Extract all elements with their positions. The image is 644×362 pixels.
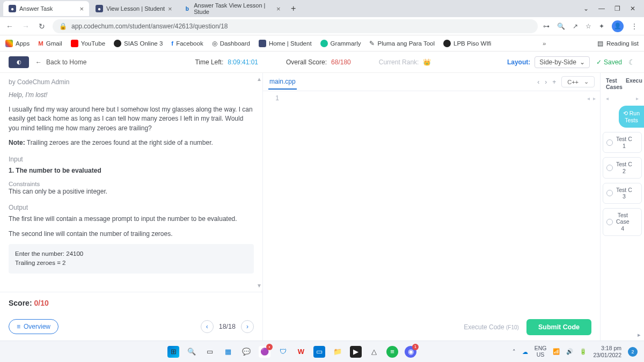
forward-icon[interactable]: → xyxy=(20,22,31,31)
bookmark-youtube[interactable]: YouTube xyxy=(71,40,105,47)
add-file-icon[interactable]: + xyxy=(552,78,556,86)
scroll-down-icon[interactable]: ▼ xyxy=(257,283,262,289)
taskbar-search-icon[interactable]: 🔍 xyxy=(186,346,197,358)
run-tests-button[interactable]: ⟲ Run Tests xyxy=(619,106,644,128)
task-view-icon[interactable]: ▭ xyxy=(204,346,216,358)
close-icon[interactable]: × xyxy=(79,5,84,13)
dark-mode-toggle[interactable]: ☾ xyxy=(628,58,635,67)
favicon-icon: b xyxy=(184,5,191,12)
editor-body[interactable]: ◂▸ xyxy=(284,91,600,314)
bookmark-dashboard[interactable]: ◎Dashboard xyxy=(212,40,250,47)
app-icon[interactable]: 🛡 xyxy=(277,346,289,358)
overview-button[interactable]: ≡ Overview xyxy=(9,319,58,334)
file-next-icon[interactable]: › xyxy=(545,78,547,86)
drive-icon[interactable]: △ xyxy=(368,346,380,358)
restore-icon[interactable]: ❐ xyxy=(614,5,620,12)
bookmark-facebook[interactable]: fFacebook xyxy=(171,40,203,47)
bookmark-grammarly[interactable]: Grammarly xyxy=(320,40,361,47)
test-case-2[interactable]: Test C2 xyxy=(603,157,642,178)
chevron-down-icon[interactable]: ⌄ xyxy=(583,5,589,12)
close-icon[interactable]: × xyxy=(168,5,172,13)
output-heading: Output xyxy=(9,204,254,211)
bookmark-gmail[interactable]: MGmail xyxy=(38,40,62,47)
browser-tab-3[interactable]: b Answer Task View Lesson | Stude × xyxy=(179,1,286,16)
key-icon[interactable]: ⊶ xyxy=(543,23,550,30)
bookmark-apps[interactable]: Apps xyxy=(5,40,30,47)
problem-note: Note: Trailing zeroes are the zeroes fou… xyxy=(9,138,254,147)
search-icon[interactable]: 🔍 xyxy=(557,23,565,30)
caret-left-icon[interactable]: ◂ xyxy=(587,95,590,101)
scroll-up-icon[interactable]: ▲ xyxy=(257,76,262,82)
code-editor[interactable]: 1 ◂▸ xyxy=(263,91,600,314)
language-indicator[interactable]: ENGUS xyxy=(535,345,547,358)
back-icon[interactable]: ← xyxy=(4,22,15,31)
bookmarks-overflow[interactable]: » xyxy=(543,40,546,47)
test-case-3[interactable]: Test C3 xyxy=(603,183,642,204)
app-icon[interactable]: 🟣 xyxy=(259,346,270,358)
check-icon: ✓ xyxy=(596,58,602,66)
bookmark-pluma[interactable]: ✎Pluma ang Para Tool xyxy=(369,40,435,47)
spotify-icon[interactable]: ≡ xyxy=(386,346,398,358)
example-block: Enter the number: 24100 Trailing zeroes … xyxy=(9,244,254,274)
reading-list-button[interactable]: ▤Reading list xyxy=(597,40,639,47)
main-content: ▲ by CodeChum Admin Help, I'm lost! I us… xyxy=(0,73,644,341)
pager-prev-button[interactable]: ‹ xyxy=(201,320,214,333)
constraints-label: Constraints xyxy=(9,181,254,187)
caret-right-icon[interactable]: ▸ xyxy=(593,95,596,101)
star-icon[interactable]: ☆ xyxy=(586,23,591,30)
close-icon[interactable]: × xyxy=(276,5,281,13)
kebab-icon[interactable]: ⋮ xyxy=(631,23,638,30)
share-icon[interactable]: ↗ xyxy=(573,23,578,30)
submit-code-button[interactable]: Submit Code xyxy=(526,319,591,335)
start-button[interactable]: ⊞ xyxy=(167,346,179,358)
window-close-icon[interactable]: ✕ xyxy=(630,5,635,12)
notifications-button[interactable]: 2 xyxy=(628,347,638,357)
file-prev-icon[interactable]: ‹ xyxy=(537,78,539,86)
layout-select[interactable]: Side-by-Side ⌄ xyxy=(535,56,590,68)
problem-footer: ≡ Overview ‹ 18/18 › xyxy=(0,314,262,341)
app-icon[interactable]: ▭ xyxy=(313,346,325,358)
discord-icon[interactable]: ◉ xyxy=(405,346,416,358)
bookmark-home-student[interactable]: Home | Student xyxy=(259,40,312,47)
tab-title: Answer Task View Lesson | Stude xyxy=(194,2,273,15)
problem-pane: ▲ by CodeChum Admin Help, I'm lost! I us… xyxy=(0,73,263,341)
volume-icon[interactable]: 🔊 xyxy=(566,348,573,355)
onedrive-icon[interactable]: ☁ xyxy=(522,349,528,355)
back-to-home-link[interactable]: ← Back to Home xyxy=(35,58,86,66)
taskbar-clock[interactable]: 3:18 pm23/01/2022 xyxy=(593,345,621,358)
execute-code-button[interactable]: Execute Code (F10) xyxy=(464,323,519,331)
minimize-icon[interactable]: — xyxy=(598,5,605,12)
lock-icon: 🔒 xyxy=(59,23,67,30)
test-case-1[interactable]: Test C1 xyxy=(603,132,642,153)
new-tab-button[interactable]: + xyxy=(287,4,300,13)
reload-icon[interactable]: ↻ xyxy=(36,22,47,31)
bookmark-lpb[interactable]: LPB Piso WIfi xyxy=(443,40,491,47)
scroll-right-icon[interactable]: ▸ xyxy=(638,331,641,338)
profile-avatar[interactable]: 👤 xyxy=(612,20,624,32)
test-case-4[interactable]: TestCase4 xyxy=(603,208,642,236)
dashboard-icon: ◎ xyxy=(212,40,217,47)
app-icon[interactable]: W xyxy=(295,346,307,358)
app-icon[interactable]: ▶ xyxy=(350,346,362,358)
menu-icon: ≡ xyxy=(17,323,20,330)
test-cases-header: Test CasesExecu xyxy=(603,76,642,91)
pager-next-button[interactable]: › xyxy=(241,320,254,333)
browser-tab-2[interactable]: ● View Lesson | Student × xyxy=(90,1,178,16)
language-select[interactable]: C++ ⌄ xyxy=(561,76,595,87)
save-status: ✓ Saved xyxy=(596,58,622,66)
chat-icon[interactable]: 💬 xyxy=(240,346,252,358)
url-input[interactable]: 🔒 app.codechum.com/student/answer/42613/… xyxy=(53,19,538,33)
file-tab-main[interactable]: main.cpp xyxy=(268,75,297,90)
battery-icon[interactable]: 🔋 xyxy=(580,348,587,355)
widgets-icon[interactable]: ▦ xyxy=(222,346,234,358)
wifi-icon[interactable]: 📶 xyxy=(553,348,560,355)
problem-pager: ‹ 18/18 › xyxy=(201,320,254,333)
problem-scroll[interactable]: ▲ by CodeChum Admin Help, I'm lost! I us… xyxy=(0,73,262,292)
file-explorer-icon[interactable]: 📁 xyxy=(332,346,343,358)
tray-chevron-icon[interactable]: ˄ xyxy=(513,349,516,355)
browser-tab-1[interactable]: ● Answer Task × xyxy=(3,1,89,16)
bookmark-sias[interactable]: SIAS Online 3 xyxy=(114,40,163,47)
puzzle-icon[interactable]: ✦ xyxy=(599,23,604,30)
constraints-text: This can only be a positive integer. xyxy=(9,187,254,196)
app-logo[interactable]: ◐ xyxy=(9,56,29,68)
